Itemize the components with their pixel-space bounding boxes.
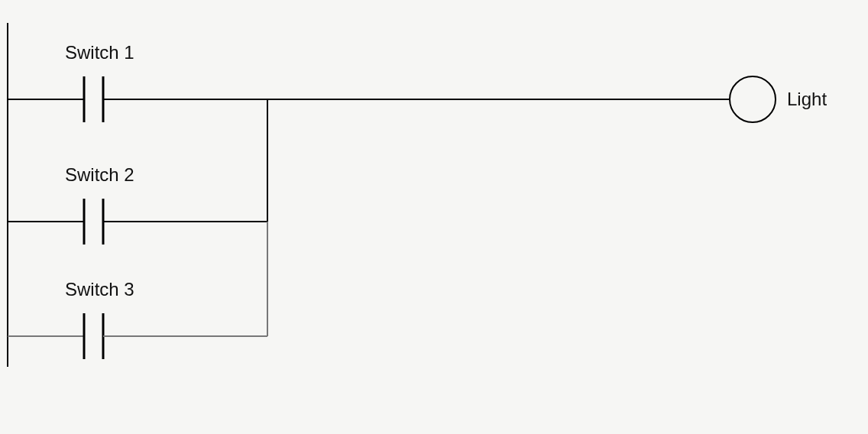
switch-2-label: Switch 2 <box>65 164 134 186</box>
rung-3 <box>8 313 267 359</box>
ladder-logic-diagram: Switch 1 Switch 2 Switch 3 Light <box>0 0 868 434</box>
rung-2 <box>8 199 267 245</box>
switch-3-label: Switch 3 <box>65 279 134 300</box>
switch-1-label: Switch 1 <box>65 42 134 63</box>
diagram-svg <box>0 0 868 434</box>
light-coil <box>730 76 776 122</box>
rung-1 <box>8 76 776 122</box>
light-label: Light <box>787 89 827 110</box>
